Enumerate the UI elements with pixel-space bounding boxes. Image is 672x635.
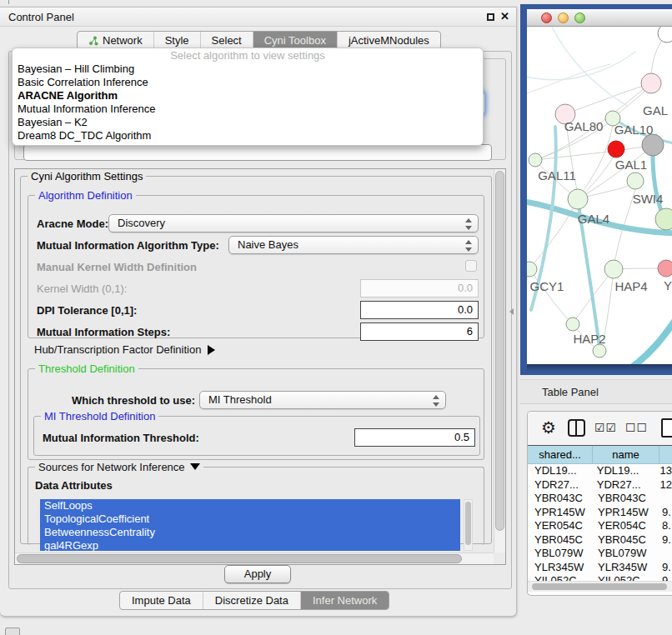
attribute-list-item[interactable]: TopologicalCoefficient bbox=[40, 512, 460, 526]
table-row[interactable]: YLR345WYLR345W9. bbox=[528, 561, 672, 575]
table-cell: 9. bbox=[659, 561, 672, 575]
mi-threshold-input[interactable]: 0.5 bbox=[354, 428, 475, 447]
network-edge bbox=[527, 52, 635, 80]
table-row[interactable]: YBL079WYBL079W bbox=[528, 547, 672, 561]
kernel-width-label: Kernel Width (0,1): bbox=[37, 282, 127, 295]
network-node[interactable] bbox=[655, 208, 672, 230]
table-cell: 9. bbox=[659, 574, 672, 581]
network-node[interactable] bbox=[593, 344, 606, 358]
attribute-list-item[interactable]: SelfLoops bbox=[40, 499, 460, 512]
cyni-algorithm-settings-group: Cyni Algorithm Settings Algorithm Defini… bbox=[20, 176, 492, 544]
network-selector-combo[interactable] bbox=[23, 144, 492, 161]
tab-discretize-data[interactable]: Discretize Data bbox=[203, 592, 301, 609]
manual-kernel-width-label: Manual Kernel Width Definition bbox=[37, 261, 197, 273]
scrollbar-thumb[interactable] bbox=[465, 502, 471, 545]
algorithm-list: Bayesian – Hill ClimbingBasic Correlatio… bbox=[13, 62, 483, 142]
mi-threshold-label: Mutual Information Threshold: bbox=[43, 432, 199, 444]
tab-cyni-toolbox[interactable]: Cyni Toolbox bbox=[253, 32, 338, 49]
network-canvas[interactable]: GALGAL80GAL10GAL1GAL11SWI4GAL4GCY1HAP4YH… bbox=[527, 27, 672, 364]
attribute-list-item[interactable]: BetweennessCentrality bbox=[40, 526, 460, 539]
zoom-traffic-light[interactable] bbox=[574, 12, 585, 23]
table-row[interactable]: YDR27...YDR27...12 bbox=[528, 478, 672, 492]
table-cell: YIL052C bbox=[593, 574, 659, 581]
network-edge bbox=[552, 27, 627, 106]
algorithm-option[interactable]: Bayesian – K2 bbox=[13, 116, 483, 129]
column-header-name[interactable]: name bbox=[593, 446, 659, 463]
scrollbar-thumb[interactable] bbox=[17, 554, 462, 563]
table-cell: YDL19... bbox=[592, 464, 658, 478]
algorithm-option[interactable]: Basic Correlation Inference bbox=[13, 76, 483, 89]
network-node[interactable] bbox=[529, 153, 542, 167]
column-header-shared-name[interactable]: shared... bbox=[528, 446, 593, 463]
select-all-icon[interactable]: ☑☑ bbox=[594, 421, 617, 434]
table-horizontal-scrollbar[interactable] bbox=[528, 581, 672, 592]
sources-legend[interactable]: Sources for Network Inference bbox=[35, 461, 203, 473]
columns-icon[interactable] bbox=[568, 419, 585, 437]
tab-infer-network[interactable]: Infer Network bbox=[301, 592, 389, 609]
table-cell: 13 bbox=[658, 464, 672, 478]
table-cell: YLR345W bbox=[593, 561, 659, 575]
column-header-partial[interactable] bbox=[659, 446, 672, 463]
aracne-mode-combo[interactable]: Discovery bbox=[108, 214, 479, 232]
which-threshold-combo[interactable]: MI Threshold bbox=[199, 391, 446, 409]
tab-impute-data[interactable]: Impute Data bbox=[120, 592, 203, 609]
export-table-icon[interactable] bbox=[661, 418, 672, 438]
attribute-list-item[interactable]: gal4RGexp bbox=[40, 539, 460, 551]
tab-network[interactable]: Network bbox=[78, 32, 154, 49]
network-node[interactable] bbox=[627, 172, 644, 189]
minimize-traffic-light[interactable] bbox=[558, 12, 569, 23]
network-node[interactable] bbox=[642, 134, 664, 156]
network-node[interactable] bbox=[604, 260, 623, 278]
float-window-icon[interactable] bbox=[487, 13, 494, 21]
settings-vertical-scrollbar[interactable] bbox=[494, 169, 505, 552]
network-node[interactable] bbox=[641, 73, 661, 93]
mi-algorithm-type-combo[interactable]: Naive Bayes bbox=[228, 236, 479, 254]
kernel-width-input[interactable]: 0.0 bbox=[360, 279, 479, 298]
network-node-label: HAP2 bbox=[573, 332, 605, 346]
manual-kernel-width-checkbox[interactable] bbox=[465, 260, 477, 272]
table-cell: YER054C bbox=[528, 519, 593, 533]
algorithm-option[interactable]: Mutual Information Inference bbox=[13, 102, 483, 116]
algorithm-option[interactable]: Bayesian – Hill Climbing bbox=[13, 62, 483, 76]
mi-threshold-legend: MI Threshold Definition bbox=[41, 410, 158, 422]
algorithm-option[interactable]: ARACNE Algorithm bbox=[13, 89, 483, 102]
tab-jactivemnodules[interactable]: jActiveMNodules bbox=[338, 32, 440, 49]
network-node-label: GAL4 bbox=[578, 212, 609, 226]
application-root: Control Panel ✕ Network Style Select Cyn… bbox=[0, 0, 672, 635]
network-node[interactable] bbox=[568, 189, 588, 209]
table-cell: YBL079W bbox=[528, 547, 593, 561]
stepper-arrows-icon bbox=[465, 239, 472, 252]
table-row[interactable]: YDL19...YDL19...13 bbox=[528, 464, 672, 478]
aracne-mode-label: Aracne Mode: bbox=[37, 218, 108, 230]
mi-steps-input[interactable]: 6 bbox=[360, 322, 479, 341]
table-row[interactable]: YIL052CYIL052C9. bbox=[528, 574, 672, 581]
close-traffic-light[interactable] bbox=[541, 12, 552, 23]
network-node[interactable] bbox=[527, 262, 537, 277]
settings-horizontal-scrollbar[interactable] bbox=[15, 552, 494, 564]
close-icon[interactable]: ✕ bbox=[500, 10, 509, 22]
hub-tf-definition-expander[interactable]: Hub/Transcription Factor Definition bbox=[34, 343, 215, 356]
network-node[interactable] bbox=[566, 318, 579, 331]
table-row[interactable]: YPR145WYPR145W9. bbox=[528, 506, 672, 520]
dpi-tolerance-input[interactable]: 0.0 bbox=[360, 301, 479, 319]
algorithm-option[interactable]: Dream8 DC_TDC Algorithm bbox=[13, 129, 483, 142]
control-panel-window: Control Panel ✕ Network Style Select Cyn… bbox=[0, 7, 517, 617]
scrollbar-thumb[interactable] bbox=[495, 171, 504, 531]
network-node[interactable] bbox=[658, 260, 672, 277]
network-node[interactable] bbox=[608, 141, 624, 158]
tab-style[interactable]: Style bbox=[154, 32, 201, 49]
minimized-panel-stub[interactable] bbox=[5, 628, 20, 635]
table-cell: YPR145W bbox=[528, 506, 593, 520]
gear-icon[interactable]: ⚙ bbox=[541, 418, 556, 438]
network-node[interactable] bbox=[658, 27, 672, 42]
table-row[interactable]: YBR045CYBR045C9. bbox=[528, 533, 672, 548]
table-row[interactable]: YBR043CYBR043C bbox=[528, 492, 672, 506]
scrollbar-thumb[interactable] bbox=[532, 583, 667, 590]
table-row[interactable]: YER054CYER054C8. bbox=[528, 519, 672, 533]
attributes-scrollbar[interactable] bbox=[464, 499, 473, 551]
panel-divider-handle[interactable] bbox=[509, 308, 514, 315]
tab-select[interactable]: Select bbox=[201, 32, 253, 49]
deselect-all-icon[interactable]: ☐☐ bbox=[625, 421, 648, 434]
threshold-definition-group: Threshold Definition Which threshold to … bbox=[28, 368, 484, 460]
apply-button[interactable]: Apply bbox=[224, 565, 291, 583]
